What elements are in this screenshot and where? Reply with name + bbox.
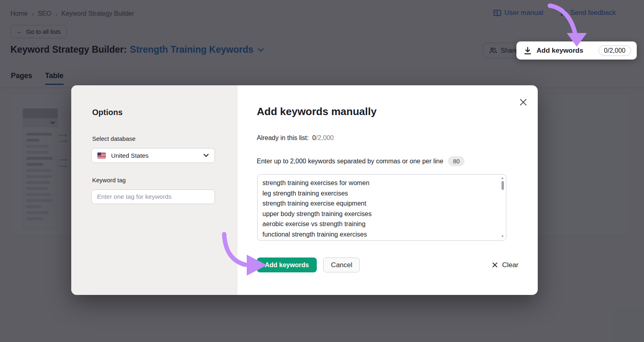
- modal-title: Add keywords manually: [257, 105, 377, 118]
- textarea-scrollbar[interactable]: ▲ ▼: [500, 176, 505, 239]
- clear-button[interactable]: Clear: [492, 261, 518, 269]
- keywords-lines: strength training exercises for womenleg…: [262, 178, 495, 239]
- keyword-line: functional strength training exercises: [262, 229, 495, 240]
- add-keywords-submit-button[interactable]: Add keywords: [257, 258, 317, 272]
- options-heading: Options: [92, 108, 123, 117]
- already-total: /2,000: [316, 134, 334, 141]
- database-select[interactable]: United States: [91, 148, 215, 163]
- keyword-tag-input[interactable]: [91, 190, 215, 204]
- keyword-counter-badge: 80: [448, 156, 464, 166]
- already-count: 0: [312, 134, 316, 141]
- scroll-down-icon[interactable]: ▼: [500, 235, 505, 238]
- keywords-textarea[interactable]: strength training exercises for womenleg…: [257, 174, 506, 241]
- close-icon[interactable]: [518, 97, 528, 107]
- scroll-up-icon[interactable]: ▲: [500, 177, 505, 180]
- keyword-line: upper body strength training exercises: [262, 209, 495, 219]
- add-keywords-count-badge: 0/2,000: [599, 45, 631, 56]
- chevron-down-icon: [203, 154, 209, 157]
- already-label: Already in this list:: [257, 134, 309, 141]
- keyword-tag-label: Keyword tag: [92, 177, 126, 183]
- keyword-line: aerobic exercise vs strength training: [262, 219, 495, 229]
- instruction-text: Enter up to 2,000 keywords separated by …: [257, 158, 443, 165]
- select-database-label: Select database: [92, 135, 136, 142]
- keyword-line: strength training exercise equipment: [262, 198, 495, 209]
- keyword-line: strength training exercises for women: [262, 178, 495, 188]
- modal-options-panel: Options Select database United States Ke…: [71, 85, 237, 295]
- keyword-line: leg strength training exercises: [262, 188, 495, 199]
- database-selected-value: United States: [111, 152, 149, 159]
- add-keywords-toolbar-button[interactable]: Add keywords 0/2,000: [516, 41, 637, 60]
- clear-label: Clear: [502, 261, 518, 269]
- import-download-icon: [524, 47, 532, 55]
- add-keywords-modal: Options Select database United States Ke…: [71, 85, 538, 295]
- cancel-button[interactable]: Cancel: [323, 258, 360, 272]
- keyword-strategy-builder-page: Home › SEO › Keyword Strategy Builder Us…: [0, 0, 644, 342]
- scrollbar-thumb[interactable]: [502, 181, 504, 190]
- clear-x-icon: [492, 262, 498, 268]
- already-in-list-line: Already in this list: 0/2,000: [257, 134, 334, 142]
- add-keywords-toolbar-label: Add keywords: [537, 47, 583, 55]
- us-flag-icon: [97, 152, 106, 159]
